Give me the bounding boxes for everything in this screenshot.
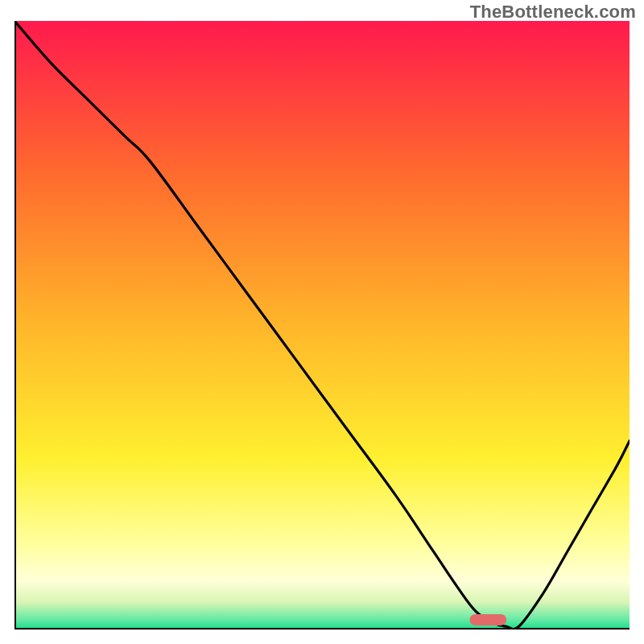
plot-area (14, 21, 630, 630)
svg-rect-2 (469, 614, 506, 625)
chart-svg (14, 21, 630, 630)
gradient-background (14, 21, 630, 630)
watermark-text: TheBottleneck.com (470, 2, 636, 23)
optimal-marker (469, 614, 506, 625)
chart-container: TheBottleneck.com (0, 0, 644, 644)
